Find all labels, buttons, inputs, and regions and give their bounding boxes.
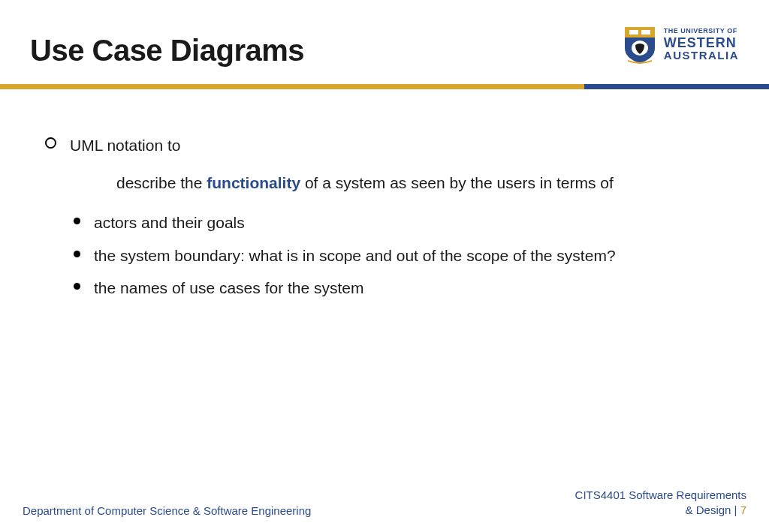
footer-course-line1: CITS4401 Software Requirements <box>575 488 746 501</box>
footer-course-line2: & Design | <box>686 503 740 516</box>
bullet-dot-icon <box>74 283 80 290</box>
logo-line2: WESTERN <box>664 36 739 50</box>
logo-text: THE UNIVERSITY OF WESTERN AUSTRALIA <box>664 28 739 61</box>
svg-rect-1 <box>641 30 650 35</box>
sub-bullet-text: actors and their goals <box>94 212 245 233</box>
footer-course: CITS4401 Software Requirements & Design … <box>575 488 746 517</box>
logo-line3: AUSTRALIA <box>664 50 739 61</box>
desc-post: of a system as seen by the users in term… <box>300 174 614 191</box>
main-bullet-text: UML notation to <box>70 134 180 156</box>
divider-gold <box>0 84 584 89</box>
sub-bullet-row: actors and their goals <box>45 212 724 233</box>
slide-footer: Department of Computer Science & Softwar… <box>0 488 769 517</box>
main-bullet-row: UML notation to <box>45 134 724 156</box>
sub-bullets-list: actors and their goals the system bounda… <box>45 212 724 299</box>
description-row: describe the functionality of a system a… <box>116 174 724 192</box>
bullet-dot-icon <box>74 251 80 257</box>
desc-highlight: functionality <box>207 174 300 191</box>
slide-header: Use Case Diagrams THE UNIVERSITY OF WEST… <box>0 0 769 75</box>
logo-line1: THE UNIVERSITY OF <box>664 28 739 35</box>
sub-bullet-text: the names of use cases for the system <box>94 277 364 299</box>
sub-bullet-text: the system boundary: what is in scope an… <box>94 245 616 266</box>
university-logo: THE UNIVERSITY OF WESTERN AUSTRALIA <box>622 24 739 65</box>
page-number: 7 <box>740 503 746 516</box>
shield-icon <box>622 24 658 65</box>
divider-blue <box>584 84 769 89</box>
header-divider <box>0 84 769 89</box>
description-text: describe the functionality of a system a… <box>116 174 614 191</box>
bullet-circle-icon <box>45 137 56 149</box>
sub-bullet-row: the names of use cases for the system <box>45 277 724 299</box>
sub-bullet-row: the system boundary: what is in scope an… <box>45 245 724 266</box>
slide-content: UML notation to describe the functionali… <box>0 89 769 299</box>
bullet-dot-icon <box>74 218 80 224</box>
footer-department: Department of Computer Science & Softwar… <box>23 504 311 517</box>
svg-rect-0 <box>629 30 638 35</box>
desc-pre: describe the <box>116 174 207 191</box>
